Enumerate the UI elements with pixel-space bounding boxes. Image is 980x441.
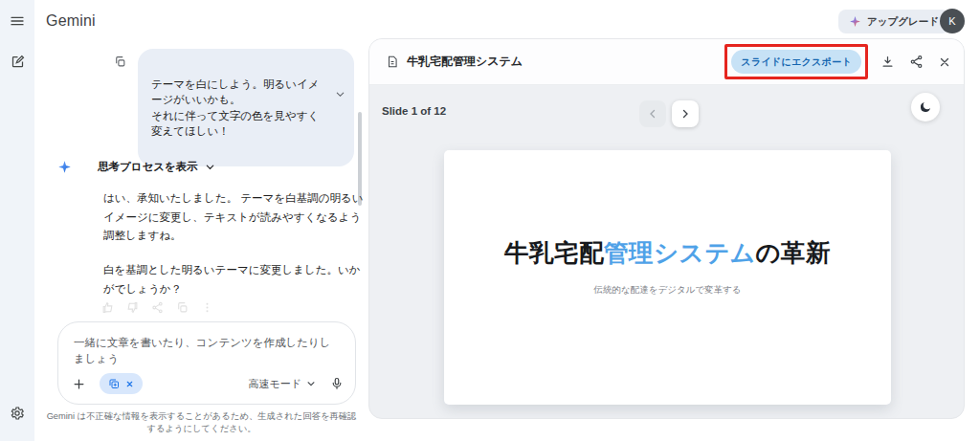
download-icon <box>880 55 895 69</box>
microphone-icon <box>330 377 344 390</box>
copy-icon <box>114 55 126 68</box>
slide-title-part: の革新 <box>755 239 831 266</box>
copy-icon[interactable] <box>176 301 189 314</box>
moon-icon <box>919 100 932 114</box>
annotation-highlight-box: スライドにエクスポート <box>724 44 868 79</box>
microphone-button[interactable] <box>330 377 344 390</box>
gear-icon <box>10 406 25 421</box>
input-toolbar: 高速モード <box>72 372 344 395</box>
hamburger-icon <box>10 13 25 29</box>
new-chat-icon <box>11 55 25 69</box>
export-to-slides-button[interactable]: スライドにエクスポート <box>731 50 861 74</box>
slide-content: 牛乳宅配管理システムの革新 伝統的な配達をデジタルで変革する <box>504 236 831 297</box>
chevron-down-icon <box>335 89 345 99</box>
chevron-left-icon <box>647 108 658 120</box>
mini-sidebar <box>0 0 34 441</box>
collapse-message-button[interactable] <box>335 60 345 128</box>
canvas-icon <box>108 378 120 389</box>
close-canvas-button[interactable] <box>933 51 956 74</box>
mode-label: 高速モード <box>248 377 301 391</box>
canvas-chip[interactable] <box>100 373 143 394</box>
app-title: Gemini <box>46 12 96 30</box>
slide-title: 牛乳宅配管理システムの革新 <box>504 236 831 270</box>
plus-icon <box>72 377 86 391</box>
sparkle-multicolor-icon <box>849 15 861 28</box>
assistant-paragraph: はい、承知いたしました。 テーマを白基調の明るいイメージに変更し、テキストが読み… <box>103 189 366 246</box>
chat-column: テーマを白にしよう。明るいイメージがいいかも。 それに伴って文字の色を見やすく変… <box>34 43 368 441</box>
slide-title-part-accent: 管理システム <box>604 239 755 266</box>
canvas-body: Slide 1 of 12 牛乳宅配管理システムの革新 伝統的な配達をデジタルで… <box>369 85 964 419</box>
slide-title-part: 牛乳宅配 <box>504 239 604 266</box>
user-message-text: テーマを白にしよう。明るいイメージがいいかも。 それに伴って文字の色を見やすく変… <box>151 78 319 138</box>
gemini-sparkle-icon <box>57 160 72 174</box>
canvas-header: 牛乳宅配管理システム スライドにエクスポート <box>369 39 964 85</box>
avatar-initial: K <box>948 15 955 27</box>
mode-selector[interactable]: 高速モード <box>248 377 316 391</box>
prompt-input[interactable]: 一緒に文章を書いたり、コンテンツを作成したりしましょう 高速モード <box>57 321 356 405</box>
menu-button[interactable] <box>6 10 29 33</box>
close-icon <box>125 380 134 388</box>
document-title: 牛乳宅配管理システム <box>407 54 523 70</box>
slide-counter: Slide 1 of 12 <box>382 105 446 117</box>
share-button[interactable] <box>904 51 927 74</box>
next-slide-button[interactable] <box>672 100 699 127</box>
canvas-panel: 牛乳宅配管理システム スライドにエクスポート Slide <box>368 38 965 419</box>
copy-message-button[interactable] <box>111 53 128 70</box>
settings-button[interactable] <box>6 402 29 425</box>
slide-subtitle: 伝統的な配達をデジタルで変革する <box>504 284 831 297</box>
prompt-placeholder: 一緒に文章を書いたり、コンテンツを作成したりしましょう <box>74 335 342 367</box>
thumbs-up-icon[interactable] <box>101 301 114 314</box>
message-actions-row <box>101 301 213 314</box>
new-chat-button[interactable] <box>6 50 29 73</box>
download-button[interactable] <box>876 51 899 74</box>
chip-close-button[interactable] <box>125 380 134 388</box>
share-icon <box>909 55 924 69</box>
close-icon <box>938 55 951 69</box>
thumbs-down-icon[interactable] <box>126 301 139 314</box>
chevron-down-icon <box>205 162 215 172</box>
share-icon[interactable] <box>151 301 164 314</box>
thought-process-toggle[interactable]: 思考プロセスを表示 <box>57 160 215 174</box>
slide-preview[interactable]: 牛乳宅配管理システムの革新 伝統的な配達をデジタルで変革する <box>444 150 891 405</box>
chevron-right-icon <box>679 108 691 120</box>
account-avatar[interactable]: K <box>940 9 965 33</box>
disclaimer-text: Gemini は不正確な情報を表示することがあるため、生成された回答を再確認する… <box>34 410 368 435</box>
chevron-down-icon <box>306 379 316 388</box>
add-button[interactable] <box>72 377 86 391</box>
dark-mode-toggle[interactable] <box>911 93 940 121</box>
assistant-paragraph: 白を基調とした明るいテーマに変更しました。いかがでしょうか？ <box>103 261 366 298</box>
previous-slide-button[interactable] <box>639 100 666 127</box>
document-icon <box>386 55 399 69</box>
user-message-bubble: テーマを白にしよう。明るいイメージがいいかも。 それに伴って文字の色を見やすく変… <box>138 49 354 166</box>
thought-toggle-label: 思考プロセスを表示 <box>98 160 198 174</box>
upgrade-button[interactable]: アップグレード <box>838 10 949 33</box>
canvas-header-actions <box>876 51 956 74</box>
upgrade-label: アップグレード <box>867 15 939 29</box>
more-options-icon[interactable] <box>201 301 213 314</box>
